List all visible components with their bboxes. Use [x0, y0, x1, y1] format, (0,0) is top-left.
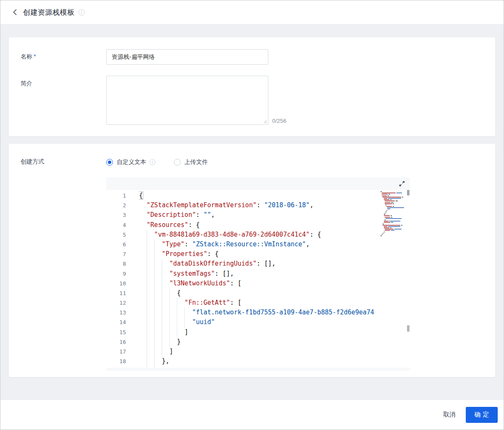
method-content: 自定义文本 i 上传文件 — [106, 154, 410, 371]
code-line: "Properties": { — [139, 249, 410, 259]
name-label: 名称* — [21, 49, 106, 65]
method-radio-group: 自定义文本 i 上传文件 — [106, 154, 410, 170]
chevron-left-icon — [13, 9, 17, 16]
code-line: "vmNicParams": [ — [139, 366, 410, 368]
line-numbers: 12345678910111213141516171819 — [106, 190, 139, 368]
code-line: "flat.network-f1bd7555-a109-4ae7-b885-f2… — [139, 308, 410, 317]
line-number: 5 — [106, 230, 139, 240]
code-line: "Description": "", — [139, 210, 410, 220]
minimap[interactable] — [381, 191, 406, 237]
line-number: 13 — [106, 308, 139, 317]
code-line: "vm-88481a69-d383-4d8e-a769-2d64007c41c4… — [139, 230, 410, 240]
code-line: "systemTags": [], — [139, 269, 410, 279]
line-number: 12 — [106, 298, 139, 308]
back-button[interactable] — [10, 8, 19, 16]
resize-handle-icon[interactable] — [263, 119, 267, 124]
name-field-row: 名称* — [21, 49, 495, 65]
method-row: 创建方式 自定义文本 i 上传文件 — [21, 154, 495, 371]
line-number: 18 — [106, 356, 139, 366]
line-number: 19 — [106, 366, 139, 368]
code-editor[interactable]: 12345678910111213141516171819 {"ZStackTe… — [106, 190, 410, 368]
code-line: { — [139, 191, 410, 200]
code-line: ] — [139, 347, 410, 356]
code-line: "ZStackTemplateFormatVersion": "2018-06-… — [139, 200, 410, 210]
page-title: 创建资源栈模板 — [23, 8, 75, 17]
code-line: "dataDiskOfferingUuids": [], — [139, 259, 410, 269]
code-lines[interactable]: {"ZStackTemplateFormatVersion": "2018-06… — [139, 190, 410, 368]
expand-editor-button[interactable] — [399, 180, 405, 189]
required-asterisk: * — [34, 53, 36, 60]
creation-method-card: 创建方式 自定义文本 i 上传文件 — [9, 144, 495, 377]
code-editor-shell: 12345678910111213141516171819 {"ZStackTe… — [106, 177, 410, 371]
line-number: 6 — [106, 240, 139, 249]
code-line: { — [139, 288, 410, 298]
code-line: } — [139, 337, 410, 347]
code-line: "Type": "ZStack::Resource::VmInstance", — [139, 240, 410, 249]
description-textarea-wrap — [106, 76, 268, 125]
line-number: 2 — [106, 200, 139, 210]
radio-selected-icon[interactable] — [106, 159, 113, 166]
line-number: 17 — [106, 347, 139, 356]
expand-arrows-icon — [399, 180, 405, 187]
radio-unselected-icon[interactable] — [174, 159, 181, 166]
custom-text-info-icon[interactable]: i — [150, 159, 155, 165]
line-number: 1 — [106, 191, 139, 200]
method-label: 创建方式 — [21, 154, 106, 371]
line-number: 4 — [106, 220, 139, 230]
name-input[interactable] — [106, 49, 268, 65]
cancel-button[interactable]: 取消 — [439, 407, 460, 422]
editor-scrollbar[interactable] — [407, 190, 410, 368]
title-info-icon[interactable]: i — [79, 9, 85, 16]
description-field-row: 简介 0/256 — [21, 76, 495, 125]
description-textarea[interactable] — [106, 76, 268, 125]
line-number: 10 — [106, 279, 139, 288]
line-number: 3 — [106, 210, 139, 220]
radio-upload-file[interactable]: 上传文件 — [174, 158, 208, 166]
line-number: 8 — [106, 259, 139, 269]
code-line: "Resources": { — [139, 220, 410, 230]
code-line: }, — [139, 356, 410, 366]
line-number: 9 — [106, 269, 139, 279]
confirm-button[interactable]: 确定 — [466, 407, 498, 423]
line-number: 11 — [106, 288, 139, 298]
line-number: 7 — [106, 249, 139, 259]
scrollbar-decoration — [407, 325, 410, 332]
code-line: "Fn::GetAtt": [ — [139, 298, 410, 308]
scrollbar-thumb[interactable] — [407, 190, 410, 195]
create-stack-template-page: 创建资源栈模板 i 名称* 简介 0/256 创建方式 — [0, 0, 504, 430]
line-number: 16 — [106, 337, 139, 347]
code-line: "l3NetworkUuids": [ — [139, 279, 410, 288]
footer-bar: 取消 确定 — [0, 399, 504, 430]
description-label: 简介 — [21, 76, 106, 125]
char-counter: 0/256 — [272, 118, 286, 124]
line-number: 14 — [106, 317, 139, 327]
code-line: "uuid" — [139, 317, 410, 327]
page-header: 创建资源栈模板 i — [0, 0, 504, 24]
radio-custom-text[interactable]: 自定义文本 i — [106, 158, 155, 166]
basic-info-card: 名称* 简介 0/256 — [9, 37, 495, 136]
line-number: 15 — [106, 327, 139, 337]
code-line: ] — [139, 327, 410, 337]
